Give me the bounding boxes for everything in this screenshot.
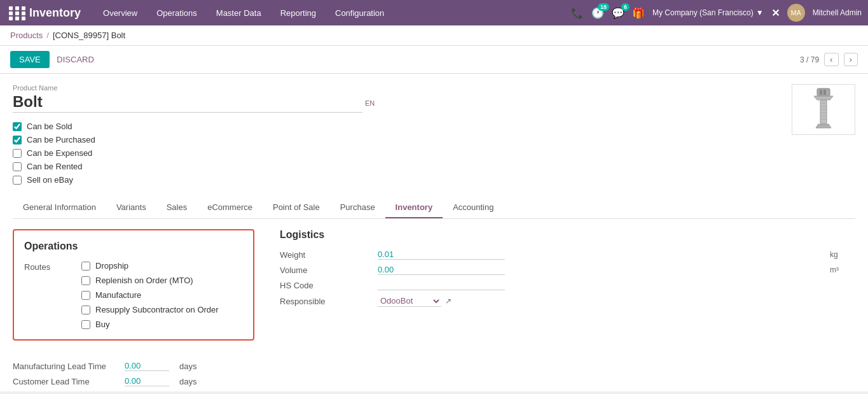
nav-overview[interactable]: Overview — [100, 5, 141, 21]
action-buttons: SAVE DISCARD — [10, 51, 94, 68]
tab-inventory[interactable]: Inventory — [385, 197, 443, 218]
activity-badge[interactable]: 🕐 18 — [591, 7, 604, 19]
volume-input[interactable] — [378, 265, 505, 275]
breadcrumb-separator: / — [46, 31, 49, 40]
route-buy[interactable]: Buy — [81, 320, 219, 329]
product-header: Product Name EN Can be Sold Can be Purch… — [13, 84, 855, 185]
nav-configuration[interactable]: Configuration — [332, 5, 387, 21]
checkbox-can-be-sold[interactable]: Can be Sold — [13, 122, 792, 131]
app-brand[interactable]: Inventory — [29, 6, 81, 20]
customer-lead-input[interactable] — [125, 376, 169, 386]
tab-purchase[interactable]: Purchase — [330, 197, 385, 218]
customer-lead-unit: days — [179, 377, 196, 386]
breadcrumb-current: [CONS_89957] Bolt — [53, 31, 125, 40]
route-dropship[interactable]: Dropship — [81, 261, 219, 271]
route-manufacture[interactable]: Manufacture — [81, 290, 219, 300]
next-button[interactable]: › — [844, 53, 858, 66]
save-button[interactable]: SAVE — [10, 51, 50, 68]
svg-marker-11 — [816, 124, 831, 128]
tab-content-inventory: Operations Routes Dropship Replenish on … — [13, 219, 855, 351]
logistics-section: Logistics Weight kg Volume m³ HS Code Re… — [280, 229, 855, 341]
tab-variants[interactable]: Variants — [106, 197, 156, 218]
logistics-grid: Weight kg Volume m³ HS Code Responsible … — [280, 250, 855, 307]
discard-button[interactable]: DISCARD — [57, 55, 94, 64]
volume-unit: m³ — [830, 265, 855, 274]
volume-label: Volume — [280, 265, 375, 275]
tab-accounting[interactable]: Accounting — [443, 197, 504, 218]
responsible-field: OdooBot ↗ — [378, 295, 827, 307]
phone-icon[interactable]: 📞 — [571, 7, 584, 19]
route-resupply-subcontractor[interactable]: Resupply Subcontractor on Order — [81, 305, 219, 314]
tab-sales[interactable]: Sales — [156, 197, 198, 218]
breadcrumb: Products / [CONS_89957] Bolt — [0, 25, 868, 46]
nav-reporting[interactable]: Reporting — [277, 5, 319, 21]
checkbox-list: Can be Sold Can be Purchased Can be Expe… — [13, 122, 792, 185]
messages-badge[interactable]: 💬 6 — [612, 7, 624, 19]
operations-title: Operations — [24, 241, 243, 252]
tabs-bar: General Information Variants Sales eComm… — [13, 197, 855, 219]
responsible-label: Responsible — [280, 297, 375, 306]
weight-unit: kg — [830, 250, 855, 259]
close-icon[interactable]: ✕ — [771, 7, 780, 19]
operations-section: Operations Routes Dropship Replenish on … — [13, 229, 254, 341]
mfg-lead-input[interactable] — [125, 361, 169, 371]
tab-general-information[interactable]: General Information — [13, 197, 106, 218]
pagination-text: 3 / 79 — [800, 55, 819, 64]
product-name-input[interactable] — [13, 93, 362, 113]
routes-label: Routes — [24, 261, 75, 272]
checkbox-sell-on-ebay[interactable]: Sell on eBay — [13, 175, 792, 185]
tab-ecommerce[interactable]: eCommerce — [197, 197, 263, 218]
breadcrumb-parent[interactable]: Products — [10, 31, 43, 40]
nav-menu: Overview Operations Master Data Reportin… — [100, 5, 571, 21]
product-image — [792, 84, 855, 135]
customer-lead-row: Customer Lead Time days — [13, 376, 855, 386]
weight-input[interactable] — [378, 250, 505, 260]
weight-label: Weight — [280, 250, 375, 260]
responsible-select[interactable]: OdooBot — [378, 295, 441, 307]
navbar-right: 📞 🕐 18 💬 6 🎁 My Company (San Francisco) … — [571, 4, 862, 22]
checkbox-can-be-purchased[interactable]: Can be Purchased — [13, 135, 792, 144]
lang-badge[interactable]: EN — [365, 99, 375, 107]
company-selector[interactable]: My Company (San Francisco) ▼ — [652, 8, 764, 17]
nav-operations[interactable]: Operations — [153, 5, 200, 21]
prev-button[interactable]: ‹ — [824, 53, 838, 66]
tab-point-of-sale[interactable]: Point of Sale — [263, 197, 330, 218]
route-replenish-mto[interactable]: Replenish on Order (MTO) — [81, 276, 219, 285]
svg-rect-2 — [823, 90, 826, 95]
bottom-fields: Manufacturing Lead Time days Customer Le… — [13, 361, 855, 386]
mfg-lead-row: Manufacturing Lead Time days — [13, 361, 855, 371]
main-content: Product Name EN Can be Sold Can be Purch… — [0, 74, 868, 391]
navbar: Inventory Overview Operations Master Dat… — [0, 0, 868, 25]
grid-menu-icon[interactable] — [6, 4, 24, 22]
checkbox-can-be-expensed[interactable]: Can be Expensed — [13, 148, 792, 158]
checkbox-can-be-rented[interactable]: Can be Rented — [13, 162, 792, 171]
svg-rect-4 — [820, 100, 827, 124]
routes-list: Dropship Replenish on Order (MTO) Manufa… — [81, 261, 219, 329]
external-link-icon[interactable]: ↗ — [445, 297, 451, 306]
gift-icon[interactable]: 🎁 — [632, 7, 645, 19]
svg-marker-3 — [814, 96, 833, 100]
hs-code-input[interactable] — [378, 280, 505, 290]
pagination: 3 / 79 ‹ › — [800, 53, 858, 66]
hs-code-label: HS Code — [280, 281, 375, 290]
user-avatar[interactable]: MA — [787, 4, 805, 22]
mfg-lead-unit: days — [179, 362, 196, 371]
svg-rect-1 — [820, 90, 822, 95]
routes-field-row: Routes Dropship Replenish on Order (MTO)… — [24, 261, 243, 329]
mfg-lead-label: Manufacturing Lead Time — [13, 362, 114, 371]
customer-lead-label: Customer Lead Time — [13, 377, 114, 386]
logistics-title: Logistics — [280, 229, 855, 241]
user-name[interactable]: Mitchell Admin — [813, 8, 862, 17]
action-bar: SAVE DISCARD 3 / 79 ‹ › — [0, 46, 868, 74]
nav-master-data[interactable]: Master Data — [213, 5, 265, 21]
product-name-label: Product Name — [13, 84, 792, 92]
product-form: Product Name EN Can be Sold Can be Purch… — [13, 84, 792, 185]
